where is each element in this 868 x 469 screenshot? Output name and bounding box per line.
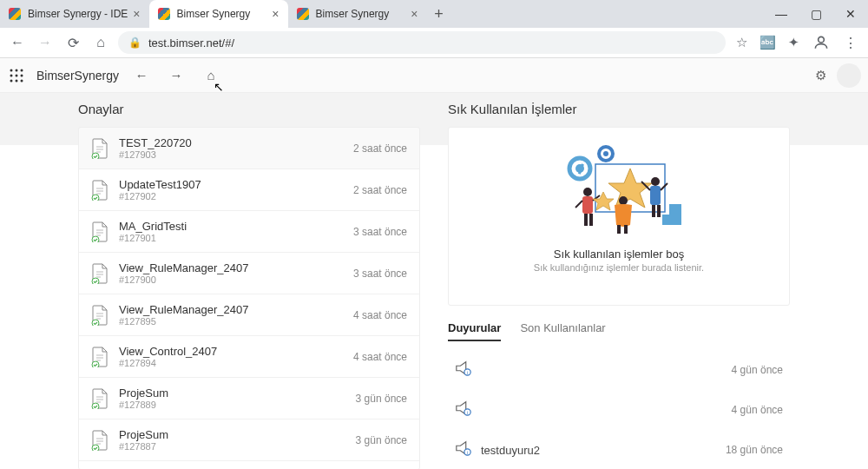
document-icon <box>91 138 108 159</box>
browser-tab[interactable]: Bimser Synergy × <box>288 0 427 28</box>
approval-row[interactable]: TEST_220720#1279032 saat önce <box>79 128 419 169</box>
nav-back-button[interactable]: ← <box>129 63 154 88</box>
approval-row[interactable]: View_RuleManager_2407#1278954 saat önce <box>79 294 419 336</box>
svg-text:i: i <box>467 450 468 455</box>
maximize-button[interactable]: ▢ <box>799 0 833 28</box>
svg-point-13 <box>92 153 99 159</box>
svg-rect-66 <box>624 225 628 234</box>
approval-time: 3 saat önce <box>353 226 407 238</box>
document-icon <box>91 430 108 451</box>
approval-info: MA_GridTesti#127901 <box>119 220 353 243</box>
lock-icon: 🔒 <box>128 36 141 49</box>
svg-point-54 <box>603 151 608 156</box>
close-icon[interactable]: × <box>272 8 279 20</box>
close-icon[interactable]: × <box>411 8 418 20</box>
back-button[interactable]: ← <box>7 32 28 53</box>
svg-point-9 <box>21 79 23 82</box>
svg-rect-70 <box>657 205 661 217</box>
approval-time: 2 saat önce <box>353 142 407 155</box>
empty-state-subtitle: Sık kullandığınız işlemler burada listen… <box>534 262 704 273</box>
star-icon[interactable]: ☆ <box>733 34 750 51</box>
approval-row[interactable]: ProjeSum#1278893 gün önce <box>79 378 419 419</box>
approval-row[interactable]: View_RuleManager_2407#1278863 gün önce <box>79 461 419 469</box>
apps-grid-icon[interactable] <box>7 66 26 85</box>
svg-rect-59 <box>584 214 588 226</box>
document-icon <box>91 263 108 284</box>
approval-list[interactable]: TEST_220720#1279032 saat önceUpdateTest1… <box>78 127 420 469</box>
tab-title: Bimser Synergy - IDE <box>28 8 128 20</box>
browser-tab[interactable]: Bimser Synergy × <box>149 0 288 28</box>
approval-id: #127895 <box>119 316 353 327</box>
svg-rect-74 <box>669 204 681 215</box>
approval-info: TEST_220720#127903 <box>119 136 353 160</box>
approval-id: #127901 <box>119 233 353 243</box>
tab-announcements[interactable]: Duyurular <box>448 321 501 341</box>
tabs: Duyurular Son Kullanılanlar <box>448 321 790 341</box>
brand-name: BimserSynergy <box>36 69 119 83</box>
freq-ops-card: Sık kullanılan işlemler boş Sık kullandı… <box>448 127 790 306</box>
app-favicon-icon <box>158 8 170 20</box>
approval-time: 3 saat önce <box>353 268 407 280</box>
svg-point-64 <box>619 196 628 205</box>
announcement-row[interactable]: i4 gün önce <box>448 350 790 390</box>
url-field[interactable]: 🔒 test.bimser.net/#/ <box>118 31 726 54</box>
approval-time: 4 saat önce <box>353 309 407 321</box>
app-favicon-icon <box>9 8 21 20</box>
approval-row[interactable]: MA_GridTesti#1279013 saat önce <box>79 211 419 253</box>
svg-point-41 <box>92 445 99 451</box>
approval-id: #127900 <box>119 274 353 285</box>
new-tab-button[interactable]: + <box>427 2 451 26</box>
svg-point-57 <box>583 188 592 196</box>
approval-info: View_RuleManager_2407#127895 <box>119 303 353 327</box>
translate-icon[interactable]: 🔤 <box>759 34 776 51</box>
approvals-title: Onaylar <box>78 102 420 116</box>
close-icon[interactable]: × <box>133 8 140 20</box>
freq-ops-title: Sık Kullanılan İşlemler <box>448 102 790 116</box>
svg-point-67 <box>651 177 660 186</box>
approval-time: 3 gün önce <box>356 393 407 405</box>
browser-tab[interactable]: Bimser Synergy - IDE × <box>0 0 149 28</box>
nav-forward-button[interactable]: → <box>164 63 188 88</box>
empty-illustration <box>541 138 697 242</box>
tab-recent[interactable]: Son Kullanılanlar <box>520 321 605 341</box>
close-button[interactable]: ✕ <box>833 0 868 28</box>
approval-title: MA_GridTesti <box>119 220 353 233</box>
extensions-icon[interactable]: ✦ <box>785 34 802 51</box>
app-favicon-icon <box>297 8 309 20</box>
approval-id: #127902 <box>119 191 353 201</box>
approval-id: #127903 <box>119 149 353 160</box>
forward-button[interactable]: → <box>35 32 56 53</box>
minimize-button[interactable]: — <box>764 0 799 28</box>
home-button[interactable]: ⌂ <box>90 32 111 53</box>
tab-title: Bimser Synergy <box>177 8 267 20</box>
avatar[interactable] <box>837 63 861 88</box>
approval-id: #127889 <box>119 400 356 410</box>
svg-point-37 <box>92 403 99 409</box>
gear-icon[interactable]: ⚙ <box>815 68 826 83</box>
approvals-column: Onaylar TEST_220720#1279032 saat önceUpd… <box>78 102 420 469</box>
nav-home-button[interactable]: ⌂ <box>199 63 223 88</box>
approval-row[interactable]: UpdateTest1907#1279022 saat önce <box>79 169 419 211</box>
svg-rect-73 <box>662 215 681 225</box>
svg-point-7 <box>10 79 13 82</box>
svg-point-21 <box>92 236 99 242</box>
announcement-row[interactable]: itestduyuru218 gün önce <box>448 430 790 469</box>
approval-time: 2 saat önce <box>353 184 407 196</box>
approval-info: ProjeSum#127887 <box>119 428 356 452</box>
svg-text:i: i <box>467 370 468 375</box>
announcement-time: 4 gün önce <box>732 364 783 376</box>
svg-line-61 <box>575 201 582 208</box>
approval-row[interactable]: View_RuleManager_2407#1279003 saat önce <box>79 253 419 294</box>
menu-icon[interactable]: ⋮ <box>840 32 861 53</box>
svg-rect-58 <box>582 196 593 214</box>
approval-row[interactable]: ProjeSum#1278873 gün önce <box>79 419 419 461</box>
svg-point-6 <box>21 74 23 76</box>
approval-title: UpdateTest1907 <box>119 178 353 191</box>
svg-point-33 <box>92 361 99 367</box>
reload-button[interactable]: ⟳ <box>62 32 83 53</box>
announcement-time: 4 gün önce <box>732 404 783 416</box>
profile-icon[interactable] <box>811 32 832 53</box>
svg-point-8 <box>16 79 18 82</box>
approval-row[interactable]: View_Control_2407#1278944 saat önce <box>79 336 419 378</box>
announcement-row[interactable]: i4 gün önce <box>448 390 790 430</box>
